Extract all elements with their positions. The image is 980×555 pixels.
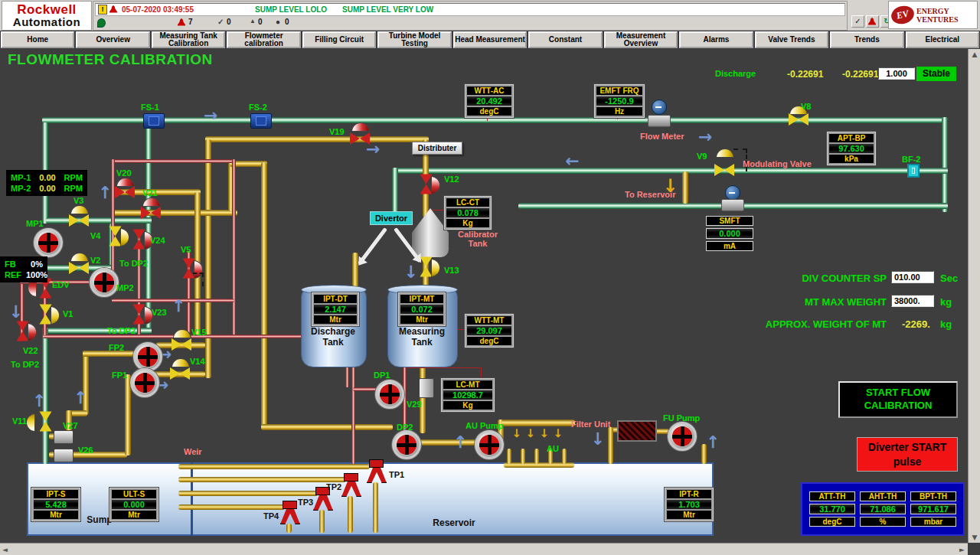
v27-label: V27: [63, 421, 78, 430]
readout-unit: Mtr: [112, 511, 156, 519]
bf2-label: BF-2: [902, 155, 920, 164]
pump-mp2[interactable]: [90, 268, 119, 297]
fb-label: FB: [5, 259, 16, 269]
readout-value: 31.770: [809, 504, 855, 514]
valve-v12[interactable]: [420, 175, 433, 194]
fitting-v29[interactable]: [419, 378, 434, 398]
fs2-label: FS-2: [249, 103, 267, 112]
tab-turbine-model-testing[interactable]: Turbine Model Testing: [377, 31, 451, 48]
pipe-segment: [608, 427, 613, 464]
mp2-rpm-unit: RPM: [64, 183, 83, 194]
scroll-up-icon[interactable]: ▲: [969, 51, 980, 58]
scroll-left-icon[interactable]: ◄: [2, 546, 8, 553]
start-flow-calibration-button[interactable]: START FLOW CALIBRATION: [838, 381, 958, 418]
readout-value: 0.078: [446, 208, 489, 217]
horizontal-scrollbar[interactable]: ◄ ►: [0, 543, 968, 555]
fs1-label: FS-1: [141, 103, 159, 112]
fitting-v26[interactable]: [54, 449, 74, 462]
pump-fp1[interactable]: [130, 368, 159, 397]
modulating-valve-label: Modulating Valve: [743, 159, 812, 168]
tab-trends[interactable]: Trends: [830, 31, 903, 48]
pipe-segment: [507, 449, 511, 464]
tp1-label: TP1: [389, 470, 404, 479]
mt-max-weight-input[interactable]: [891, 295, 934, 307]
valve-v21[interactable]: [141, 207, 161, 220]
pump-dp1[interactable]: [375, 380, 404, 409]
valve-v20[interactable]: [115, 186, 135, 199]
readout-unit: kPa: [829, 155, 874, 163]
divertor-arrow-left-icon: [358, 227, 387, 265]
div-counter-sp-input[interactable]: [891, 271, 934, 283]
readout-tag: IPT-MT: [400, 295, 443, 303]
mt-max-weight-unit: kg: [940, 296, 952, 308]
valve-v1[interactable]: [39, 305, 52, 325]
to-dp2-label: To DP2: [119, 259, 148, 268]
pump-au[interactable]: [475, 430, 504, 459]
au-spray-arrow-icon: →: [552, 428, 564, 438]
tp3-label: TP3: [298, 498, 313, 507]
div-counter-sp-unit: Sec: [940, 273, 958, 284]
pipe-segment: [112, 210, 237, 216]
v24-label: V24: [150, 236, 165, 245]
pipe-segment: [261, 162, 267, 427]
valve-v23[interactable]: [132, 305, 145, 325]
tab-constant[interactable]: Constant: [528, 31, 602, 48]
tab-flowmeter-calibration[interactable]: Flowmeter calibration: [227, 31, 300, 48]
discharge-setpoint-input[interactable]: [878, 67, 915, 80]
readout-att-th: ATT-TH 31.770 degC: [809, 491, 855, 527]
scroll-down-icon[interactable]: ▼: [969, 534, 980, 541]
divertor-button[interactable]: Divertor: [370, 211, 413, 225]
valve-v19[interactable]: [350, 132, 370, 145]
valve-v4[interactable]: [109, 227, 122, 246]
v1-label: V1: [63, 309, 73, 318]
readout-value: 20.492: [467, 96, 511, 106]
v2-label: V2: [90, 256, 100, 265]
logo-line2: Automation: [2, 16, 91, 28]
v9-label: V9: [697, 152, 707, 161]
valve-v8[interactable]: [789, 113, 808, 126]
tab-filling-circuit[interactable]: Filling Circuit: [302, 31, 376, 48]
valve-v3[interactable]: [69, 214, 89, 227]
au-spray-arrow-icon: →: [511, 428, 522, 438]
tab-valve-trends[interactable]: Valve Trends: [755, 31, 828, 48]
valve-v9[interactable]: [714, 164, 734, 177]
readout-bpt-th: BPT-TH 971.617 mbar: [910, 491, 956, 527]
tab-measuring-tank-calibration[interactable]: Measuring Tank Calibration: [152, 31, 225, 48]
valve-v11[interactable]: [39, 412, 52, 432]
alarm-bell-icon: [109, 5, 117, 13]
pump-mp1[interactable]: [34, 228, 63, 257]
ack-button[interactable]: ✓: [851, 15, 864, 28]
valve-v24[interactable]: [132, 230, 145, 250]
silence-bell-button[interactable]: [866, 15, 879, 28]
tab-overview[interactable]: Overview: [76, 31, 149, 48]
pump-fu[interactable]: [668, 422, 697, 451]
tab-alarms[interactable]: Alarms: [679, 31, 753, 48]
vertical-scrollbar[interactable]: ▲ ▼: [968, 49, 980, 543]
valve-v22-actuator: [28, 323, 37, 341]
tab-electrical[interactable]: Electrical: [906, 31, 979, 48]
valve-v22[interactable]: [16, 322, 29, 341]
tp1-device: [367, 459, 385, 482]
valve-v14[interactable]: [170, 367, 190, 380]
valve-v2[interactable]: [69, 262, 89, 275]
valve-v15[interactable]: [172, 338, 191, 351]
readout-ipt-r: IPT-R 1.703 Mtr: [665, 488, 714, 521]
ref-value: 100%: [26, 269, 47, 280]
valve-v3-actuator: [70, 205, 89, 214]
valve-v13[interactable]: [420, 257, 433, 277]
distributer-button[interactable]: Distributer: [412, 142, 462, 155]
calibrator-tank: [412, 233, 449, 257]
readout-tag: EMFT FRQ: [596, 87, 642, 95]
shelved-count: 0: [258, 18, 263, 26]
tab-home[interactable]: Home: [1, 31, 74, 48]
tab-head-measurement[interactable]: Head Measurement: [453, 31, 527, 48]
diverter-start-pulse-button[interactable]: Diverter START pulse: [857, 437, 958, 472]
tab-measurement-overview[interactable]: Measurement Overview: [604, 31, 678, 48]
pump-dp2[interactable]: [392, 430, 421, 459]
bell-icon: [868, 18, 876, 25]
pipe-segment: [392, 168, 948, 174]
pump-fp2[interactable]: [133, 342, 162, 371]
fitting-v27[interactable]: [54, 430, 74, 444]
pipe-segment: [111, 159, 115, 283]
scroll-right-icon[interactable]: ►: [959, 544, 965, 555]
